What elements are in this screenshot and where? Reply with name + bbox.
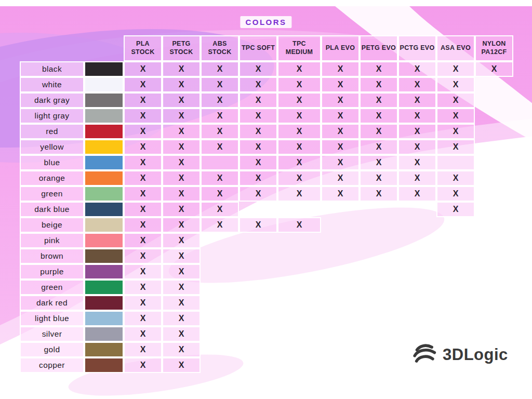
color-label-light-blue: light blue bbox=[20, 311, 84, 326]
color-label-brown: brown bbox=[20, 248, 84, 264]
availability-orange-pla-evo: X bbox=[321, 170, 360, 186]
availability-black-tpc-soft: X bbox=[239, 61, 277, 77]
availability-dark-gray-petg-stock: X bbox=[162, 92, 201, 108]
availability-yellow-pctg-evo: X bbox=[398, 139, 436, 155]
table-row-light-gray: light grayXXXXXXXXX bbox=[20, 108, 513, 124]
column-header-tpc-medium: TPC MEDIUM bbox=[277, 35, 321, 61]
column-header-pla-evo: PLA EVO bbox=[321, 35, 360, 61]
availability-dark-gray-petg-evo: X bbox=[360, 92, 398, 108]
color-label-red: red bbox=[20, 124, 84, 139]
color-label-dark-blue: dark blue bbox=[20, 202, 84, 217]
color-label-yellow: yellow bbox=[20, 139, 84, 155]
availability-purple-pla-stock: X bbox=[124, 264, 162, 280]
page-title: COLORS bbox=[240, 16, 291, 28]
availability-orange-petg-stock: X bbox=[162, 170, 201, 186]
availability-red-petg-evo: X bbox=[360, 124, 398, 139]
availability-dark-blue-pla-stock: X bbox=[124, 202, 162, 217]
color-swatch-beige bbox=[84, 217, 124, 233]
color-swatch-silver bbox=[84, 326, 124, 342]
color-swatch-dark-gray bbox=[84, 92, 124, 108]
availability-dark-gray-abs-stock: X bbox=[201, 92, 239, 108]
availability-yellow-pla-evo: X bbox=[321, 139, 360, 155]
availability-white-abs-stock: X bbox=[201, 77, 239, 92]
color-label-blue: blue bbox=[20, 155, 84, 170]
color-swatch-dark-red bbox=[84, 295, 124, 311]
availability-green-pctg-evo: X bbox=[398, 186, 436, 202]
color-label-green: green bbox=[20, 186, 84, 202]
header-spacer bbox=[20, 35, 124, 61]
color-label-copper: copper bbox=[20, 357, 84, 373]
table-row-red: redXXXXXXXXX bbox=[20, 124, 513, 139]
availability-orange-petg-evo: X bbox=[360, 170, 398, 186]
availability-copper-petg-stock: X bbox=[162, 357, 201, 373]
color-swatch-yellow bbox=[84, 139, 124, 155]
availability-gold-petg-stock: X bbox=[162, 342, 201, 357]
availability-light-gray-tpc-medium: X bbox=[277, 108, 321, 124]
table-row-dark-red: dark redXX bbox=[20, 295, 513, 311]
column-header-asa-evo: ASA EVO bbox=[436, 35, 475, 61]
availability-dark-gray-tpc-medium: X bbox=[277, 92, 321, 108]
color-swatch-green bbox=[84, 186, 124, 202]
availability-table: PLA STOCKPETG STOCKABS STOCKTPC SOFTTPC … bbox=[20, 35, 513, 373]
availability-silver-pla-stock: X bbox=[124, 326, 162, 342]
color-swatch-light-blue bbox=[84, 311, 124, 326]
availability-gold-pla-stock: X bbox=[124, 342, 162, 357]
availability-white-petg-evo: X bbox=[360, 77, 398, 92]
table-row-light-blue: light blueXX bbox=[20, 311, 513, 326]
availability-orange-tpc-soft: X bbox=[239, 170, 277, 186]
availability-brown-pla-stock: X bbox=[124, 248, 162, 264]
availability-dark-gray-pla-evo: X bbox=[321, 92, 360, 108]
availability-red-tpc-medium: X bbox=[277, 124, 321, 139]
color-swatch-red bbox=[84, 124, 124, 139]
availability-light-blue-petg-stock: X bbox=[162, 311, 201, 326]
availability-brown-petg-stock: X bbox=[162, 248, 201, 264]
availability-black-pla-stock: X bbox=[124, 61, 162, 77]
header-row: PLA STOCKPETG STOCKABS STOCKTPC SOFTTPC … bbox=[20, 35, 513, 61]
availability-orange-tpc-medium: X bbox=[277, 170, 321, 186]
color-label-orange: orange bbox=[20, 170, 84, 186]
color-label-purple: purple bbox=[20, 264, 84, 280]
color-swatch-brown bbox=[84, 248, 124, 264]
availability-light-gray-pla-stock: X bbox=[124, 108, 162, 124]
availability-black-petg-stock: X bbox=[162, 61, 201, 77]
availability-green-petg-stock: X bbox=[162, 280, 201, 295]
table-row-beige: beigeXXXXX bbox=[20, 217, 513, 233]
availability-yellow-petg-stock: X bbox=[162, 139, 201, 155]
color-swatch-light-gray bbox=[84, 108, 124, 124]
availability-dark-gray-pctg-evo: X bbox=[398, 92, 436, 108]
color-swatch-pink bbox=[84, 233, 124, 248]
availability-yellow-pla-stock: X bbox=[124, 139, 162, 155]
availability-red-asa-evo: X bbox=[436, 124, 475, 139]
availability-black-abs-stock: X bbox=[201, 61, 239, 77]
color-label-pink: pink bbox=[20, 233, 84, 248]
availability-black-pctg-evo: X bbox=[398, 61, 436, 77]
availability-white-tpc-soft: X bbox=[239, 77, 277, 92]
availability-beige-tpc-soft: X bbox=[239, 217, 277, 233]
color-swatch-orange bbox=[84, 170, 124, 186]
availability-light-blue-pla-stock: X bbox=[124, 311, 162, 326]
availability-yellow-abs-stock: X bbox=[201, 139, 239, 155]
color-label-black: black bbox=[20, 61, 84, 77]
3dlogic-swirl-icon bbox=[412, 342, 439, 367]
table-row-yellow: yellowXXXXXXXXX bbox=[20, 139, 513, 155]
availability-light-gray-abs-stock: X bbox=[201, 108, 239, 124]
availability-green-abs-stock: X bbox=[201, 186, 239, 202]
column-header-pctg-evo: PCTG EVO bbox=[398, 35, 436, 61]
availability-green-tpc-medium: X bbox=[277, 186, 321, 202]
column-header-nylon-pa12cf: NYLON PA12CF bbox=[475, 35, 513, 61]
availability-blue-pctg-evo: X bbox=[398, 155, 436, 170]
availability-green-pla-stock: X bbox=[124, 186, 162, 202]
availability-dark-blue-abs-stock: X bbox=[201, 202, 239, 217]
availability-yellow-tpc-soft: X bbox=[239, 139, 277, 155]
availability-white-pla-evo: X bbox=[321, 77, 360, 92]
availability-white-tpc-medium: X bbox=[277, 77, 321, 92]
availability-red-pla-evo: X bbox=[321, 124, 360, 139]
availability-light-gray-petg-stock: X bbox=[162, 108, 201, 124]
availability-yellow-petg-evo: X bbox=[360, 139, 398, 155]
availability-pink-pla-stock: X bbox=[124, 233, 162, 248]
availability-blue-tpc-medium: X bbox=[277, 155, 321, 170]
availability-black-tpc-medium: X bbox=[277, 61, 321, 77]
table-row-silver: silverXX bbox=[20, 326, 513, 342]
availability-orange-pctg-evo: X bbox=[398, 170, 436, 186]
color-label-green: green bbox=[20, 280, 84, 295]
